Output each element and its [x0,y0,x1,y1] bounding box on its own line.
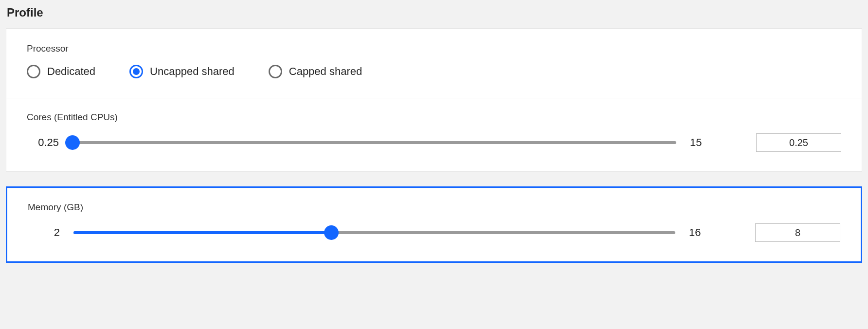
memory-section: Memory (GB) 2 16 [7,188,861,261]
processor-section: Processor Dedicated Uncapped shared Capp… [6,29,862,98]
processor-label: Processor [27,43,841,54]
processor-radio-group: Dedicated Uncapped shared Capped shared [27,65,841,78]
memory-label: Memory (GB) [28,202,840,213]
cores-max: 15 [688,136,722,149]
cores-slider[interactable] [72,135,676,150]
profile-card: Processor Dedicated Uncapped shared Capp… [6,28,862,172]
memory-max: 16 [687,226,721,239]
radio-uncapped-shared-icon [129,65,143,78]
memory-slider[interactable] [73,225,675,240]
cores-value-input[interactable] [756,133,841,152]
memory-slider-thumb[interactable] [324,225,339,240]
radio-dedicated-icon [27,65,40,78]
memory-highlight: Memory (GB) 2 16 [6,186,862,263]
radio-dedicated-label: Dedicated [47,65,95,78]
cores-label: Cores (Entitled CPUs) [27,112,841,123]
radio-capped-shared-label: Capped shared [289,65,362,78]
page-title: Profile [7,6,862,19]
radio-capped-shared-icon [269,65,282,78]
cores-section: Cores (Entitled CPUs) 0.25 15 [6,98,862,171]
cores-slider-thumb[interactable] [65,135,80,150]
radio-capped-shared[interactable]: Capped shared [269,65,362,78]
memory-min: 2 [28,226,62,239]
cores-min: 0.25 [27,136,61,149]
radio-uncapped-shared[interactable]: Uncapped shared [129,65,235,78]
cores-slider-track [72,141,676,144]
radio-uncapped-shared-label: Uncapped shared [150,65,235,78]
radio-dedicated[interactable]: Dedicated [27,65,95,78]
memory-slider-fill [73,231,331,234]
memory-value-input[interactable] [755,223,840,242]
